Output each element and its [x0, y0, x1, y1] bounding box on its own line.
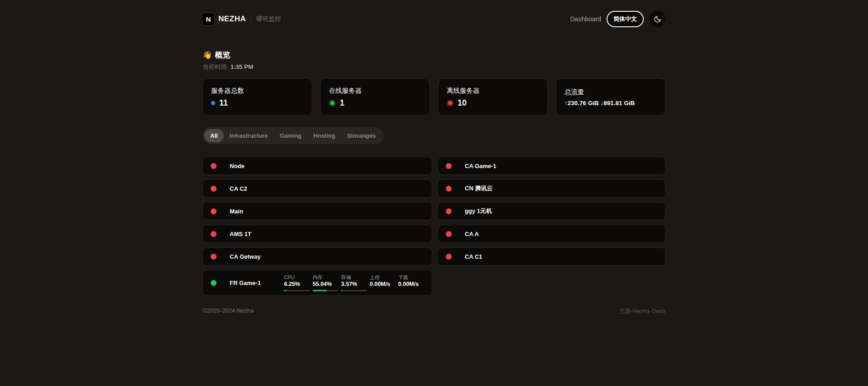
wave-emoji: 👋 [203, 50, 212, 60]
overview-title-text: 概览 [215, 50, 230, 60]
server-name: CN 腾讯云 [465, 184, 492, 193]
metric-value: 0.00M/s [398, 280, 424, 289]
tab-storanges[interactable]: Storanges [341, 129, 382, 142]
server-status-dot-offline [211, 208, 217, 214]
stat-card-value: 11 [211, 98, 304, 108]
nezha-dashboard: N NEZHA 哪吒监控 Dashboard 简体中文 👋 概览 [203, 0, 665, 315]
server-row[interactable]: CA C2 [203, 179, 432, 198]
metric-label: 存储 [341, 274, 367, 280]
stat-card-number: 10 [458, 98, 467, 108]
server-row[interactable]: Node [203, 157, 432, 175]
metric-label: 下载 [398, 274, 424, 280]
stat-card-label: 在线服务器 [329, 87, 421, 95]
metric-progress-fill [341, 290, 342, 291]
metric-cpu: CPU6.25% [284, 274, 310, 291]
metric-progress-fill [313, 290, 327, 291]
metric-progress-fill [284, 290, 286, 291]
group-tabs: AllInfrastructureGamingHostingStoranges [203, 127, 384, 144]
server-metrics: CPU6.25%内存55.04%存储3.57%上传0.00M/s下载0.00M/… [284, 274, 424, 291]
brand-subtitle: 哪吒监控 [256, 15, 281, 23]
server-row[interactable]: CN 腾讯云 [438, 179, 665, 198]
footer: ©2020-2024 Nezha 主题-Nezha-Dash [203, 307, 665, 315]
metric-label: 内存 [313, 274, 338, 280]
metric-下载: 下载0.00M/s [398, 274, 424, 291]
server-row[interactable]: AMS 1T [203, 225, 432, 243]
server-row[interactable]: CA Game-1 [438, 157, 665, 175]
server-row[interactable]: CA C1 [438, 247, 665, 265]
server-status-dot-offline [211, 231, 217, 237]
metric-内存: 内存55.04% [313, 274, 338, 291]
tab-gaming[interactable]: Gaming [274, 129, 307, 142]
brand-name: NEZHA [218, 14, 246, 24]
stat-card-label: 离线服务器 [447, 87, 539, 95]
server-status-dot-online [211, 280, 217, 286]
header-actions: Dashboard 简体中文 [570, 11, 666, 27]
stat-card-online-servers[interactable]: 在线服务器1 [320, 78, 430, 116]
metric-value: 3.57% [341, 280, 367, 289]
stat-card-number: 11 [219, 98, 228, 108]
server-name: Main [230, 208, 243, 215]
metric-存储: 存储3.57% [341, 274, 367, 291]
stat-card-value: ↑230.76 GiB ↓891.81 GiB [564, 100, 657, 106]
server-name: CA Getway [230, 253, 260, 260]
server-name: CA C1 [465, 253, 482, 260]
brand-divider [251, 15, 251, 23]
brand-home-link[interactable]: N NEZHA 哪吒监控 [203, 13, 281, 25]
metric-progress-bar [284, 290, 310, 291]
server-name: ggy 1元机 [465, 207, 492, 215]
server-row[interactable]: CA Getway [203, 247, 432, 265]
time-label: 当前时间 [203, 63, 227, 70]
moon-icon [654, 15, 661, 23]
metric-value: 55.04% [313, 280, 338, 289]
total-servers-status-dot [211, 101, 215, 105]
main-content: 👋 概览 当前时间 1:35 PM 服务器总数11在线服务器1离线服务器10总流… [203, 50, 665, 295]
server-status-dot-offline [446, 231, 452, 237]
server-grid: NodeCA Game-1CA C2CN 腾讯云Mainggy 1元机AMS 1… [203, 157, 665, 295]
language-button[interactable]: 简体中文 [607, 11, 644, 27]
server-row[interactable]: ggy 1元机 [438, 202, 665, 220]
tab-infrastructure[interactable]: Infrastructure [224, 129, 274, 142]
metric-value: 0.00M/s [370, 280, 395, 289]
server-name: CA A [465, 231, 479, 237]
online-servers-status-dot [330, 101, 334, 105]
tab-all[interactable]: All [204, 129, 224, 142]
stat-card-total-servers[interactable]: 服务器总数11 [203, 78, 312, 116]
theme-credit-text: 主题-Nezha-Dash [619, 307, 665, 315]
server-status-dot-offline [211, 163, 217, 169]
server-row[interactable]: Main [203, 202, 432, 220]
server-name: FR Game-1 [230, 280, 284, 286]
current-time: 当前时间 1:35 PM [203, 63, 665, 71]
theme-toggle-button[interactable] [649, 11, 665, 27]
copyright-text: ©2020-2024 Nezha [203, 307, 254, 315]
dashboard-link[interactable]: Dashboard [570, 15, 602, 23]
page-title: 👋 概览 [203, 50, 665, 60]
server-name: CA Game-1 [465, 163, 497, 169]
server-status-dot-offline [211, 254, 217, 260]
stat-card-total-traffic[interactable]: 总流量↑230.76 GiB ↓891.81 GiB [556, 78, 665, 116]
server-row[interactable]: FR Game-1CPU6.25%内存55.04%存储3.57%上传0.00M/… [203, 270, 432, 295]
server-status-dot-offline [446, 163, 452, 169]
overview-section: 👋 概览 当前时间 1:35 PM [203, 50, 665, 71]
metric-上传: 上传0.00M/s [370, 274, 395, 291]
metric-progress-bar [313, 290, 338, 291]
server-name: Node [230, 163, 245, 169]
stat-card-value: 10 [447, 98, 539, 108]
server-status-dot-offline [446, 208, 452, 214]
stat-cards: 服务器总数11在线服务器1离线服务器10总流量↑230.76 GiB ↓891.… [203, 78, 665, 116]
stat-card-label: 服务器总数 [211, 87, 304, 95]
header: N NEZHA 哪吒监控 Dashboard 简体中文 [203, 0, 665, 28]
metric-label: CPU [284, 274, 310, 280]
stat-card-number: 1 [340, 98, 344, 108]
stat-card-value: 1 [329, 98, 421, 108]
metric-value: 6.25% [284, 280, 310, 289]
metric-label: 上传 [370, 274, 395, 280]
server-status-dot-offline [211, 186, 217, 192]
stat-card-number: ↑230.76 GiB ↓891.81 GiB [564, 100, 635, 106]
stat-card-label: 总流量 [564, 88, 657, 96]
tab-hosting[interactable]: Hosting [308, 129, 341, 142]
stat-card-offline-servers[interactable]: 离线服务器10 [438, 78, 548, 116]
server-name: CA C2 [230, 185, 247, 192]
offline-servers-status-dot [448, 101, 452, 105]
server-status-dot-offline [446, 186, 452, 192]
server-row[interactable]: CA A [438, 225, 665, 243]
